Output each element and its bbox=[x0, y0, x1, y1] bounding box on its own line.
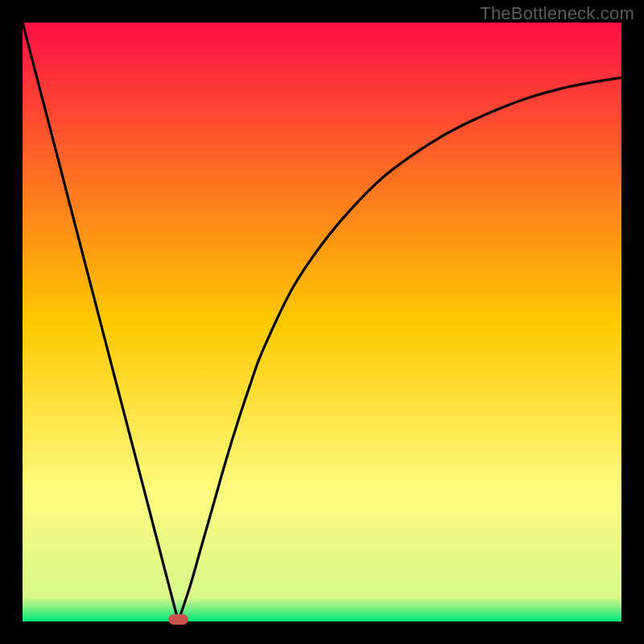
chart-canvas bbox=[23, 23, 621, 621]
gradient-background bbox=[23, 23, 621, 621]
watermark-text: TheBottleneck.com bbox=[480, 3, 634, 24]
chart-frame bbox=[23, 23, 621, 621]
minimum-marker bbox=[168, 614, 188, 625]
